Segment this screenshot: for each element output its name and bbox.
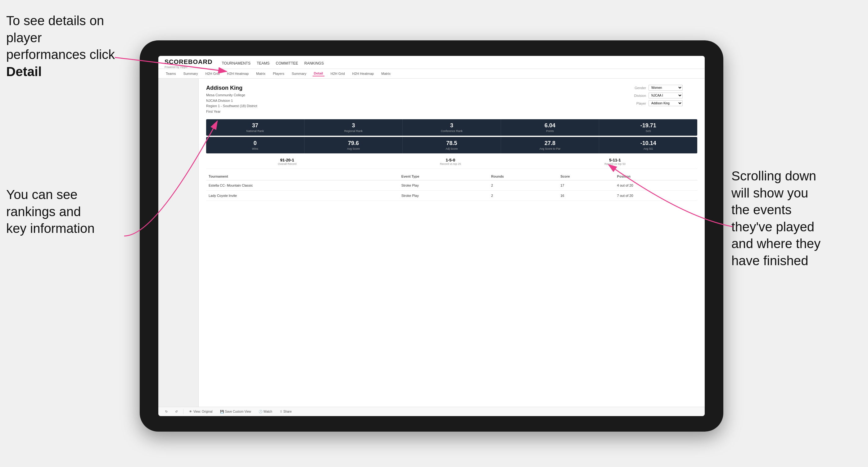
stat-conference-rank: 3 Conference Rank [403, 119, 501, 136]
stat-sos: -19.71 SoS [599, 119, 697, 136]
watch-label: Watch [264, 410, 272, 413]
toolbar-watch[interactable]: 🕐 Watch [257, 409, 274, 414]
player-header: Addison King Mesa Community College NJCA… [206, 85, 697, 114]
logo-subtitle: Powered by clippd [164, 65, 212, 69]
main-content: Addison King Mesa Community College NJCA… [199, 79, 705, 407]
division-row: Division NJCAA I NCAA I NCAA II [629, 93, 697, 98]
col-score: Score [558, 173, 614, 180]
row1-score: 17 [558, 180, 614, 191]
stat-avg-score-par-label: Avg Score to Par [503, 147, 597, 150]
left-sidebar [158, 79, 199, 407]
subnav-matrix2[interactable]: Matrix [380, 71, 392, 76]
content-area: Addison King Mesa Community College NJCA… [158, 79, 705, 407]
row1-position: 4 out of 20 [615, 180, 697, 191]
subnav-h2h-heatmap1[interactable]: H2H Heatmap [226, 71, 250, 76]
stat-avg-score-par-value: 27.8 [503, 140, 597, 147]
record-top25-value: 1-5-0 [440, 158, 461, 162]
stat-avg-score-label: Avg Score [307, 147, 400, 150]
toolbar-share[interactable]: ⇧ Share [278, 409, 294, 414]
annotation-bottom-right: Scrolling down will show you the events … [732, 168, 862, 270]
player-division: NJCAA Division 1 [206, 98, 257, 104]
record-top25-label: Record vs top 25 [440, 162, 461, 165]
stat-avg-score-par: 27.8 Avg Score to Par [501, 137, 599, 153]
stat-wins-value: 0 [209, 140, 302, 147]
row1-event-type: Stroke Play [399, 180, 489, 191]
row2-score: 16 [558, 191, 614, 201]
subnav-h2h-heatmap2[interactable]: H2H Heatmap [351, 71, 375, 76]
subnav-h2h-grid2[interactable]: H2H Grid [330, 71, 346, 76]
row2-rounds: 2 [489, 191, 558, 201]
stat-national-rank-value: 37 [209, 122, 302, 129]
toolbar-redo[interactable]: ↺ [173, 409, 180, 414]
col-event-type: Event Type [399, 173, 489, 180]
table-row: Lady Coyote Invite Stroke Play 2 16 7 ou… [206, 191, 697, 201]
view-icon: 👁 [189, 410, 192, 413]
subnav-summary1[interactable]: Summary [182, 71, 199, 76]
player-label: Player [629, 101, 646, 105]
stat-adj-score-label: Adj Score [405, 147, 498, 150]
nav-rankings[interactable]: RANKINGS [304, 61, 324, 69]
subnav-players[interactable]: Players [272, 71, 286, 76]
gender-row: Gender Women Men [629, 85, 697, 91]
record-top50-label: Record vs top 50 [604, 162, 625, 165]
subnav-teams[interactable]: Teams [164, 71, 177, 76]
records-row: 91-20-1 Overall Record 1-5-0 Record vs t… [206, 155, 697, 169]
table-row: Estella CC- Mountain Classic Stroke Play… [206, 180, 697, 191]
division-label: Division [629, 94, 646, 97]
stat-avg-score: 79.6 Avg Score [305, 137, 403, 153]
subnav-detail[interactable]: Detail [313, 71, 324, 76]
row2-tournament: Lady Coyote Invite [206, 191, 399, 201]
player-row: Player Addison King [629, 100, 697, 106]
nav-items: TOURNAMENTS TEAMS COMMITTEE RANKINGS [222, 61, 323, 69]
bottom-toolbar: ↻ ↺ 👁 View: Original 💾 Save Custom View … [158, 407, 705, 416]
toolbar-save[interactable]: 💾 Save Custom View [218, 409, 253, 414]
stat-regional-rank-label: Regional Rank [307, 129, 400, 132]
stat-regional-rank: 3 Regional Rank [305, 119, 403, 136]
player-select[interactable]: Addison King [649, 100, 683, 106]
col-position: Position [615, 173, 697, 180]
subnav-matrix1[interactable]: Matrix [255, 71, 267, 76]
stat-conference-rank-value: 3 [405, 122, 498, 129]
col-tournament: Tournament [206, 173, 399, 180]
stat-points: 6.04 Points [501, 119, 599, 136]
subnav-h2h-grid1[interactable]: H2H Grid [204, 71, 221, 76]
tablet-screen: SCOREBOARD Powered by clippd TOURNAMENTS… [158, 56, 705, 416]
player-year: First Year [206, 109, 257, 115]
gender-select[interactable]: Women Men [649, 85, 683, 91]
row2-position: 7 out of 20 [615, 191, 697, 201]
save-icon: 💾 [220, 410, 224, 413]
sub-nav: Teams Summary H2H Grid H2H Heatmap Matri… [158, 69, 705, 79]
stat-sos-value: -19.71 [602, 122, 695, 129]
player-name: Addison King [206, 85, 257, 91]
watch-icon: 🕐 [258, 410, 262, 413]
stat-wins-label: Wins [209, 147, 302, 150]
record-top50: 5-11-1 Record vs top 50 [604, 158, 625, 165]
tablet-frame: SCOREBOARD Powered by clippd TOURNAMENTS… [140, 40, 723, 432]
stat-sos-label: SoS [602, 129, 695, 132]
stat-avg-score-value: 79.6 [307, 140, 400, 147]
toolbar-view[interactable]: 👁 View: Original [187, 409, 215, 414]
tournament-table: Tournament Event Type Rounds Score Posit… [206, 173, 697, 201]
row1-rounds: 2 [489, 180, 558, 191]
stats-row-2: 0 Wins 79.6 Avg Score 78.5 Adj Score 27.… [206, 137, 697, 153]
nav-tournaments[interactable]: TOURNAMENTS [222, 61, 250, 69]
stat-regional-rank-value: 3 [307, 122, 400, 129]
subnav-summary2[interactable]: Summary [290, 71, 308, 76]
logo-title: SCOREBOARD [164, 58, 212, 65]
top-nav: SCOREBOARD Powered by clippd TOURNAMENTS… [158, 56, 705, 69]
gender-label: Gender [629, 86, 646, 90]
record-overall: 91-20-1 Overall Record [278, 158, 297, 165]
stat-avg-sg-label: Avg SG [602, 147, 695, 150]
record-overall-value: 91-20-1 [278, 158, 297, 162]
stat-wins: 0 Wins [206, 137, 305, 153]
division-select[interactable]: NJCAA I NCAA I NCAA II [649, 93, 683, 98]
stat-adj-score-value: 78.5 [405, 140, 498, 147]
nav-teams[interactable]: TEAMS [257, 61, 270, 69]
player-college: Mesa Community College [206, 93, 257, 98]
share-icon: ⇧ [280, 410, 282, 413]
save-label: Save Custom View [225, 410, 251, 413]
nav-committee[interactable]: COMMITTEE [276, 61, 298, 69]
stat-conference-rank-label: Conference Rank [405, 129, 498, 132]
toolbar-undo[interactable]: ↻ [163, 409, 169, 414]
stat-points-value: 6.04 [503, 122, 597, 129]
